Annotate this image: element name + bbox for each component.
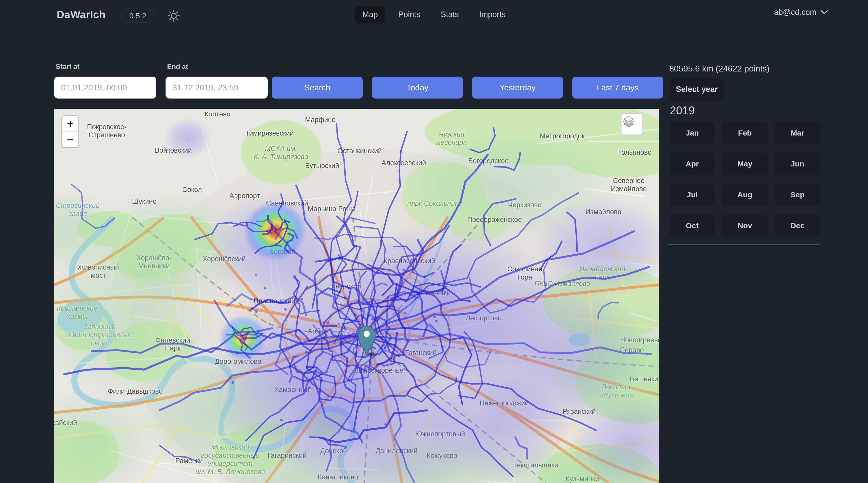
tab-points[interactable]: Points: [391, 6, 428, 24]
yesterday-button[interactable]: Yesterday: [472, 76, 563, 99]
tab-imports[interactable]: Imports: [471, 6, 513, 24]
start-at-label: Start at: [56, 63, 80, 71]
month-button-mar[interactable]: Mar: [775, 122, 820, 144]
main-nav: MapPointsStatsImports: [355, 6, 514, 24]
end-at-input[interactable]: [165, 76, 268, 99]
last-7-days-button[interactable]: Last 7 days: [572, 76, 663, 99]
start-at-input[interactable]: [54, 76, 156, 99]
map-zoom-control: + −: [61, 116, 79, 148]
year-heading: 2019: [670, 104, 695, 117]
month-button-feb[interactable]: Feb: [722, 122, 768, 144]
app-header: DaWarIch 0.5.2 MapPointsStatsImports ab@…: [0, 0, 868, 31]
zoom-out-button[interactable]: −: [62, 132, 79, 147]
month-button-may[interactable]: May: [722, 153, 768, 175]
month-button-dec[interactable]: Dec: [775, 215, 820, 237]
month-button-jan[interactable]: Jan: [669, 122, 715, 144]
month-button-aug[interactable]: Aug: [722, 184, 768, 206]
chevron-down-icon: [820, 10, 828, 15]
end-at-label: End at: [167, 63, 188, 71]
zoom-in-button[interactable]: +: [62, 116, 79, 132]
gps-tracks-layer: [54, 109, 659, 483]
tab-map[interactable]: Map: [355, 6, 385, 24]
month-button-oct[interactable]: Oct: [669, 215, 715, 237]
theme-toggle-button[interactable]: [166, 9, 181, 23]
months-grid: JanFebMarAprMayJunJulAugSepOctNovDec: [669, 122, 820, 237]
search-button[interactable]: Search: [272, 76, 363, 99]
month-button-jul[interactable]: Jul: [669, 184, 715, 206]
month-button-nov[interactable]: Nov: [722, 215, 768, 237]
layers-icon: [621, 114, 636, 128]
month-button-jun[interactable]: Jun: [775, 153, 820, 175]
month-button-sep[interactable]: Sep: [775, 184, 820, 206]
tab-stats[interactable]: Stats: [433, 6, 466, 24]
distance-points-stats: 80595.6 km (24622 points): [669, 64, 770, 73]
map-layers-control[interactable]: [621, 113, 643, 135]
location-marker[interactable]: [358, 326, 377, 357]
sidebar-divider: [669, 245, 820, 245]
version-badge: 0.5.2: [122, 9, 154, 23]
user-email: ab@cd.com: [774, 8, 816, 17]
today-button[interactable]: Today: [372, 76, 463, 99]
user-menu[interactable]: ab@cd.com: [774, 8, 828, 17]
month-button-apr[interactable]: Apr: [669, 153, 715, 175]
map-canvas[interactable]: КоптевоПокровское- СтрешневоМарфиноТимир…: [54, 109, 659, 483]
sun-icon: [166, 9, 181, 23]
app-logo[interactable]: DaWarIch: [57, 9, 106, 21]
select-year-button[interactable]: Select year: [669, 77, 724, 101]
